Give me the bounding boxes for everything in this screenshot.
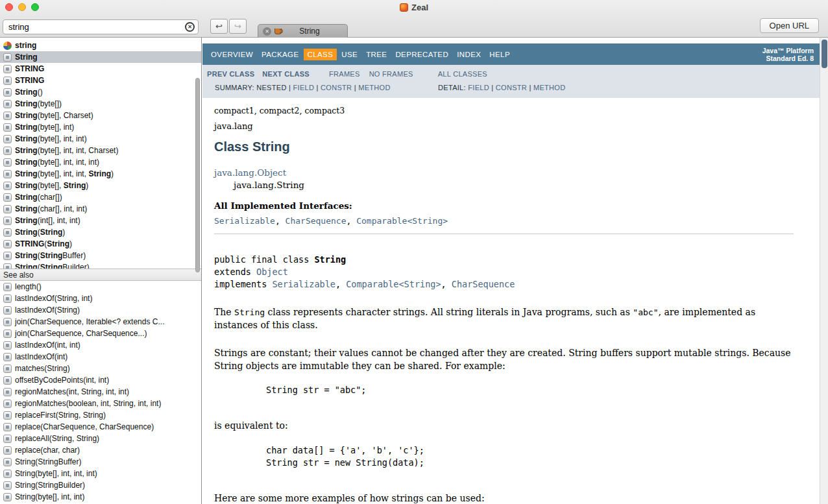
platform-label: Java™ Platform Standard Ed. 8 xyxy=(762,47,820,62)
topnav-link[interactable]: TREE xyxy=(362,49,391,60)
see-also-item[interactable]: lastIndexOf(int, int) xyxy=(0,339,201,351)
search-result-item[interactable]: String(char[]) xyxy=(0,191,201,203)
see-also-item[interactable]: lastIndexOf(int) xyxy=(0,351,201,363)
see-also-label-text: lastIndexOf(int) xyxy=(15,352,67,361)
description-paragraph-4: Here are some more examples of how strin… xyxy=(214,492,794,504)
see-also-item[interactable]: matches(String) xyxy=(0,363,201,374)
open-url-button[interactable]: Open URL xyxy=(760,18,819,33)
topnav-link[interactable]: INDEX xyxy=(453,49,485,60)
see-also-item[interactable]: replaceFirst(String, String) xyxy=(0,409,201,421)
topnav-link[interactable]: USE xyxy=(337,49,361,60)
see-also-item[interactable]: replace(char, char) xyxy=(0,444,201,456)
prev-class-link[interactable]: PREV CLASS xyxy=(207,70,254,78)
search-result-item[interactable]: String(byte[], int, int, int) xyxy=(0,156,201,168)
description-paragraph-2: Strings are constant; their values canno… xyxy=(214,347,794,372)
see-also-label-text: join(CharSequence, Iterable<? extends C.… xyxy=(15,317,164,326)
search-result-item[interactable]: String(char[], int, int) xyxy=(0,203,201,215)
sidebar-scrollbar[interactable] xyxy=(195,78,201,304)
search-result-item[interactable]: String(byte[], int, int) xyxy=(0,133,201,145)
topnav-link[interactable]: HELP xyxy=(485,49,514,60)
back-button[interactable]: ↩ xyxy=(210,19,228,34)
topnav-link[interactable]: PACKAGE xyxy=(258,49,303,60)
symbol-icon xyxy=(3,423,12,431)
javadoc-subnav: PREV CLASS NEXT CLASS FRAMES NO FRAMES A… xyxy=(202,65,820,98)
see-also-label-text: lastIndexOf(String, int) xyxy=(15,294,92,303)
see-also-item[interactable]: replaceAll(String, String) xyxy=(0,433,201,444)
content-scrollbar[interactable] xyxy=(820,38,828,504)
topnav-link[interactable]: OVERVIEW xyxy=(207,49,257,60)
symbol-icon xyxy=(3,493,12,501)
see-also-item[interactable]: lastIndexOf(String) xyxy=(0,304,201,316)
class-declaration: public final class String extends Object… xyxy=(214,254,794,291)
all-classes-link[interactable]: ALL CLASSES xyxy=(438,70,487,78)
topnav-link[interactable]: CLASS xyxy=(304,49,337,60)
search-result-item[interactable]: String(byte[]) xyxy=(0,98,201,110)
search-result-item[interactable]: String(byte[], int) xyxy=(0,121,201,133)
see-also-item[interactable]: length() xyxy=(0,281,201,293)
see-also-item[interactable]: join(CharSequence, CharSequence...) xyxy=(0,328,201,339)
symbol-icon xyxy=(3,458,12,466)
search-result-item[interactable]: String(StringBuilder) xyxy=(0,261,201,269)
symbol-icon xyxy=(3,123,12,132)
see-also-item[interactable]: regionMatches(boolean, int, String, int,… xyxy=(0,398,201,409)
result-label: String(byte[], String) xyxy=(15,181,88,190)
search-result-item[interactable]: STRING(String) xyxy=(0,238,201,250)
search-result-item[interactable]: String(String) xyxy=(0,226,201,238)
see-also-label-text: String(byte[], int, int) xyxy=(15,492,84,501)
result-label: String(byte[], int, int, String) xyxy=(15,169,114,178)
see-also-item[interactable]: join(CharSequence, Iterable<? extends C.… xyxy=(0,316,201,328)
sidebar: string String STRING STRING String() Str… xyxy=(0,38,202,504)
see-also-item[interactable]: replace(CharSequence, CharSequence) xyxy=(0,421,201,433)
result-label: String() xyxy=(15,88,43,97)
see-also-item[interactable]: offsetByCodePoints(int, int) xyxy=(0,374,201,386)
tab-close-icon[interactable]: ✕ xyxy=(263,27,271,36)
see-also-item[interactable]: String(StringBuffer) xyxy=(0,456,201,468)
see-also-item[interactable]: String(byte[], int, int, int) xyxy=(0,468,201,479)
result-label: String(StringBuilder) xyxy=(15,263,90,269)
see-also-item[interactable]: lastIndexOf(String, int) xyxy=(0,293,201,304)
platform-line2: Standard Ed. 8 xyxy=(762,54,814,62)
forward-button[interactable]: ↪ xyxy=(229,19,247,34)
tab-string[interactable]: ✕ String xyxy=(258,24,348,38)
search-input[interactable] xyxy=(3,19,199,34)
see-also-label-text: String(byte[], int, int, int) xyxy=(15,469,97,478)
code-example-1: String str = "abc"; xyxy=(266,384,794,396)
clear-search-icon[interactable]: ✕ xyxy=(185,22,195,32)
summary-links[interactable]: SUMMARY: NESTED | FIELD | CONSTR | METHO… xyxy=(215,84,391,91)
result-label: String(byte[], int, int, Charset) xyxy=(15,146,118,155)
see-also-item[interactable]: String(byte[], int, int) xyxy=(0,491,201,503)
content-scrollbar-thumb[interactable] xyxy=(822,40,827,68)
inheritance-parent: java.lang.Object xyxy=(214,167,794,178)
see-also-item[interactable]: String(StringBuilder) xyxy=(0,479,201,491)
window-title: Zeal xyxy=(0,3,828,12)
see-also-item[interactable]: regionMatches(int, String, int, int) xyxy=(0,386,201,398)
no-frames-link[interactable]: NO FRAMES xyxy=(369,70,413,78)
implemented-interfaces-links[interactable]: Serializable, CharSequence, Comparable<S… xyxy=(214,216,794,226)
search-result-item[interactable]: string xyxy=(0,40,201,51)
search-result-item[interactable]: String xyxy=(0,51,201,63)
search-result-item[interactable]: String(byte[], String) xyxy=(0,180,201,191)
search-result-item[interactable]: STRING xyxy=(0,75,201,86)
search-result-item[interactable]: String(byte[], int, int, String) xyxy=(0,168,201,180)
search-result-item[interactable]: String() xyxy=(0,86,201,98)
frames-link[interactable]: FRAMES xyxy=(329,70,360,78)
detail-links[interactable]: DETAIL: FIELD | CONSTR | METHOD xyxy=(438,84,565,91)
search-field-wrap: ✕ xyxy=(3,19,199,34)
search-result-item[interactable]: String(int[], int, int) xyxy=(0,215,201,226)
topnav-link[interactable]: DEPRECATED xyxy=(391,49,452,60)
sidebar-scrollbar-thumb[interactable] xyxy=(195,78,200,272)
search-result-item[interactable]: STRING xyxy=(0,63,201,75)
see-also-header: See also xyxy=(0,269,201,281)
symbol-icon xyxy=(3,170,12,178)
symbol-icon xyxy=(3,400,12,408)
result-label: String(StringBuffer) xyxy=(15,251,86,260)
search-result-item[interactable]: String(StringBuffer) xyxy=(0,250,201,261)
javadoc-topnav: OVERVIEWPACKAGECLASSUSETREEDEPRECATEDIND… xyxy=(202,43,820,65)
symbol-icon xyxy=(3,283,12,291)
search-result-item[interactable]: String(byte[], int, int, Charset) xyxy=(0,145,201,156)
search-result-item[interactable]: String(byte[], Charset) xyxy=(0,110,201,121)
inheritance-self: java.lang.String xyxy=(214,180,794,190)
java-lang-object-link[interactable]: java.lang.Object xyxy=(214,167,286,178)
java-docset-icon xyxy=(274,29,282,34)
next-class-link[interactable]: NEXT CLASS xyxy=(262,70,310,78)
